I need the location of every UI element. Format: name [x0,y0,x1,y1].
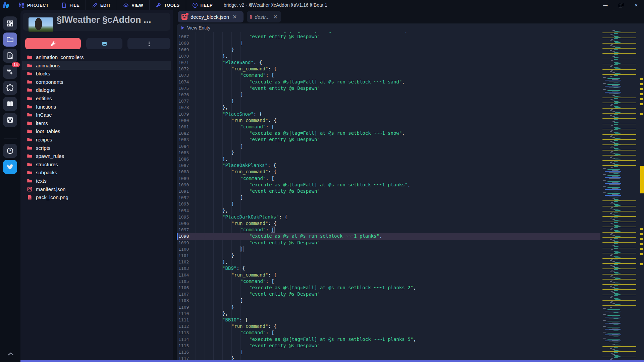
rail-button-explorer[interactable] [3,33,17,47]
code-line[interactable]: 1109} [177,304,600,310]
folder-dialogue[interactable]: dialogue [22,86,171,94]
code-line[interactable]: 1070}, [177,53,600,59]
minimap[interactable] [600,25,639,360]
rail-button-minecraft[interactable] [3,113,17,127]
code-line[interactable]: 1087"PlaceOakPlanks": { [177,162,600,169]
code-line[interactable]: 1102}, [177,259,600,265]
folder-texts[interactable]: texts [22,177,171,185]
menu-file[interactable]: FILE [55,0,86,10]
code-line[interactable]: 1091"event entity @s Despawn" [177,188,600,194]
project-more-options-button[interactable] [127,38,170,49]
folder-spawn-rules[interactable]: spawn_rules [22,152,171,160]
code-line[interactable]: 1099"event entity @s Despawn" [177,240,600,246]
code-line[interactable]: 1090"execute as @s[tag=Fall] at @s run s… [177,182,600,188]
code-line[interactable]: 1100] [177,246,600,252]
code-line[interactable]: 1117} [177,355,600,360]
code-line[interactable]: 1105"command": [ [177,278,600,285]
folder-recipes[interactable]: recipes [22,135,171,144]
project-screenshots-button[interactable] [86,38,122,49]
folder-blocks[interactable]: blocks [22,69,171,78]
folder-items[interactable]: items [22,119,171,127]
code-line[interactable]: 1116] [177,349,600,355]
code-editor[interactable]: 1066"execute as @s[tag=Fall] at @s run s… [177,32,600,360]
close-button[interactable]: ✕ [629,0,644,10]
folder-scripts[interactable]: scripts [22,144,171,152]
code-line[interactable]: 1081"command": [ [177,124,600,130]
code-line[interactable]: 1104"run_command": { [177,272,600,278]
code-line[interactable]: 1103"BB9": { [177,265,600,272]
code-line[interactable]: 1083"event entity @s Despawn" [177,136,600,143]
file-pack-icon-png[interactable]: pack_icon.png [22,193,171,201]
folder-animations[interactable]: animations [22,61,171,70]
code-line[interactable]: 1073"command": [ [177,72,600,78]
menu-edit[interactable]: EDIT [86,0,117,10]
folder-animation-controllers[interactable]: animation_controllers [22,53,171,61]
code-line[interactable]: 1071"PlaceSand": { [177,59,600,66]
code-line[interactable]: 1094}, [177,207,600,214]
folder-loot-tables[interactable]: loot_tables [22,127,171,135]
code-line[interactable]: 1092] [177,194,600,201]
code-line[interactable]: 1096"run_command": { [177,220,600,227]
code-line[interactable]: 1069} [177,47,600,53]
overview-ruler[interactable] [639,23,644,360]
code-line[interactable]: 1114"execute as @s[tag=Fall] at @s run s… [177,336,600,343]
code-line[interactable]: 1080"run_command": { [177,117,600,124]
code-line[interactable]: 1107"event entity @s Despawn" [177,291,600,297]
menu-view[interactable]: VIEW [117,0,150,10]
code-line[interactable]: 1093} [177,201,600,207]
rail-button-settings[interactable]: 14 [3,65,17,79]
folder-subpacks[interactable]: subpacks [22,168,171,177]
code-line[interactable]: 1078}, [177,104,600,111]
rail-button-docs[interactable] [3,97,17,111]
code-line[interactable]: 1108] [177,297,600,304]
rail-button-dashboard[interactable] [3,16,17,31]
close-tab-icon[interactable]: ✕ [232,14,237,20]
code-line-current[interactable]: 1098"execute as @s at @s run setblock ~~… [177,233,600,239]
rail-button-file-search[interactable] [3,49,17,63]
code-line[interactable]: 1079"PlaceSnow": { [177,111,600,117]
menu-tools[interactable]: TOOLS [150,0,186,10]
folder-incase[interactable]: InCase [22,111,171,119]
folder-components[interactable]: components [22,78,171,86]
code-line[interactable]: 1113"command": [ [177,329,600,336]
project-header[interactable]: §lWeather §cAddon ... [23,13,170,31]
code-line[interactable]: 1097"command": [ [177,227,600,233]
code-line[interactable]: 1084] [177,143,600,149]
code-line[interactable]: 1095"PlaceDarkOakPlanks": { [177,214,600,220]
code-line[interactable]: 1074"execute as @s[tag=Fall] at @s run s… [177,79,600,85]
tab-decoy-block-json[interactable]: decoy_block.json✕ [178,11,244,22]
code-line[interactable]: 1082"execute as @s[tag=Fall] at @s run s… [177,130,600,136]
rail-button-help[interactable]: ? [3,144,17,158]
code-line[interactable]: 1111"BB10": { [177,317,600,323]
code-line[interactable]: 1075"event entity @s Despawn" [177,85,600,92]
code-line[interactable]: 1086}, [177,156,600,162]
code-line[interactable]: 1068] [177,40,600,46]
code-line[interactable]: 1089"command": [ [177,175,600,182]
code-line[interactable]: 1112"run_command": { [177,323,600,329]
minimize-button[interactable]: — [598,0,613,10]
rail-button-extensions[interactable] [3,81,17,95]
folder-entities[interactable]: entities [22,94,171,103]
code-line[interactable]: 1077} [177,98,600,104]
view-entity-toggle[interactable]: View Entity [177,23,311,32]
project-tools-button[interactable] [25,38,81,49]
rail-button-twitter[interactable] [3,160,17,174]
code-line[interactable]: 1076] [177,92,600,98]
code-line[interactable]: 1101} [177,252,600,259]
menu-help[interactable]: ?HELP [186,0,219,10]
code-line[interactable]: 1110}, [177,310,600,317]
menu-project[interactable]: PROJECT [13,0,55,10]
code-line[interactable]: 1067"event entity @s Despawn" [177,34,600,40]
chevron-up-icon[interactable] [7,351,14,357]
file-manifest-json[interactable]: manifest.json [22,185,171,193]
tab-destr-[interactable]: destr...✕ [247,11,281,22]
code-line[interactable]: 1115"event entity @s Despawn" [177,343,600,349]
close-tab-icon[interactable]: ✕ [273,14,278,20]
code-line[interactable]: 1106"execute as @s[tag=Fall] at @s run s… [177,285,600,291]
folder-structures[interactable]: structures [22,160,171,169]
folder-functions[interactable]: functions [22,103,171,111]
code-line[interactable]: 1072"run_command": { [177,66,600,72]
code-line[interactable]: 1085} [177,149,600,156]
restore-button[interactable] [613,0,629,10]
code-line[interactable]: 1088"run_command": { [177,169,600,175]
